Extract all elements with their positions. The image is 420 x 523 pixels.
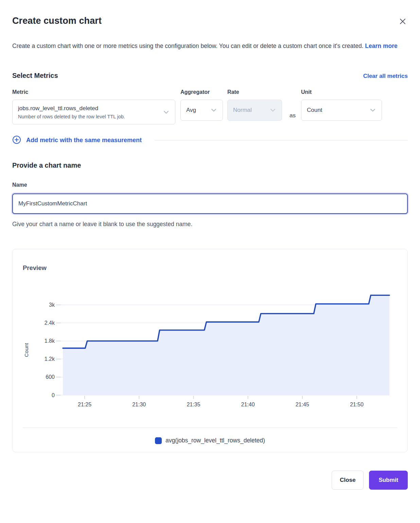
unit-select-value: Count <box>307 107 322 114</box>
chevron-down-icon <box>163 109 170 116</box>
svg-text:0: 0 <box>52 392 55 398</box>
metrics-config-row: Metric jobs.row_level_ttl.rows_deleted N… <box>12 89 408 124</box>
svg-text:21:30: 21:30 <box>132 402 146 407</box>
aggregator-select-value: Avg <box>186 107 196 114</box>
modal-title: Create custom chart <box>12 16 102 26</box>
preview-chart: 06001.2k1.8k2.4k3k21:2521:3021:3521:4021… <box>23 283 397 412</box>
preview-card: Preview 06001.2k1.8k2.4k3k21:2521:3021:3… <box>12 249 408 452</box>
modal-description-text: Create a custom chart with one or more m… <box>12 43 363 49</box>
rate-select-value: Normal <box>233 107 252 114</box>
close-button-footer[interactable]: Close <box>332 471 364 490</box>
rate-field: Rate Normal <box>227 89 282 121</box>
svg-text:21:25: 21:25 <box>78 402 91 407</box>
svg-text:21:35: 21:35 <box>187 402 200 407</box>
close-button[interactable] <box>398 16 408 27</box>
svg-text:3k: 3k <box>49 302 55 308</box>
metric-select-description: Number of rows deleted by the row level … <box>18 114 125 119</box>
modal-header: Create custom chart <box>12 16 408 27</box>
submit-button[interactable]: Submit <box>369 471 408 490</box>
legend-swatch <box>155 437 162 444</box>
preview-chart-svg: 06001.2k1.8k2.4k3k21:2521:3021:3521:4021… <box>23 283 398 412</box>
metric-field: Metric jobs.row_level_ttl.rows_deleted N… <box>12 89 175 124</box>
metric-select-value: jobs.row_level_ttl.rows_deleted <box>18 105 125 112</box>
svg-text:21:50: 21:50 <box>350 402 364 407</box>
aggregator-label: Aggregator <box>180 89 223 95</box>
modal-footer: Close Submit <box>12 471 408 490</box>
svg-text:600: 600 <box>46 374 55 380</box>
legend-divider <box>23 427 397 428</box>
svg-text:2.4k: 2.4k <box>45 320 55 326</box>
metric-label: Metric <box>12 89 175 95</box>
rate-label: Rate <box>227 89 282 95</box>
add-metric-button[interactable]: Add metric with the same measurement <box>12 135 142 145</box>
svg-text:21:45: 21:45 <box>296 402 309 407</box>
svg-text:1.2k: 1.2k <box>45 356 55 362</box>
name-label: Name <box>12 182 408 188</box>
as-label: as <box>290 112 296 124</box>
aggregator-field: Aggregator Avg <box>180 89 223 121</box>
unit-label: Unit <box>301 89 382 95</box>
add-metric-label: Add metric with the same measurement <box>26 137 142 144</box>
chevron-down-icon <box>210 107 217 114</box>
name-input[interactable] <box>12 193 408 214</box>
chart-name-heading: Provide a chart name <box>12 162 408 169</box>
chevron-down-icon <box>269 107 276 114</box>
plus-circle-icon <box>12 135 21 145</box>
clear-all-metrics-link[interactable]: Clear all metrics <box>363 73 408 80</box>
create-custom-chart-modal: Create custom chart Create a custom char… <box>0 0 420 503</box>
metrics-divider <box>155 140 408 140</box>
add-metric-row: Add metric with the same measurement <box>12 135 408 145</box>
learn-more-link[interactable]: Learn more <box>365 43 397 49</box>
metric-select[interactable]: jobs.row_level_ttl.rows_deleted Number o… <box>12 100 175 124</box>
name-helper-text: Give your chart a name or leave it blank… <box>12 221 408 228</box>
rate-select: Normal <box>227 100 282 121</box>
modal-description: Create a custom chart with one or more m… <box>12 39 401 52</box>
metric-select-texts: jobs.row_level_ttl.rows_deleted Number o… <box>18 105 125 119</box>
close-icon <box>399 18 406 25</box>
chart-legend: avg(jobs_row_level_ttl_rows_deleted) <box>23 437 397 444</box>
aggregator-select[interactable]: Avg <box>180 100 223 121</box>
select-metrics-header: Select Metrics Clear all metrics <box>12 72 408 80</box>
preview-heading: Preview <box>23 264 397 272</box>
legend-label: avg(jobs_row_level_ttl_rows_deleted) <box>165 437 265 444</box>
select-metrics-heading: Select Metrics <box>12 72 58 80</box>
svg-text:1.8k: 1.8k <box>45 338 55 344</box>
chevron-down-icon <box>369 107 376 114</box>
unit-field: Unit Count <box>301 89 382 121</box>
svg-text:21:40: 21:40 <box>241 402 255 407</box>
unit-select[interactable]: Count <box>301 100 382 121</box>
svg-text:Count: Count <box>23 343 29 357</box>
